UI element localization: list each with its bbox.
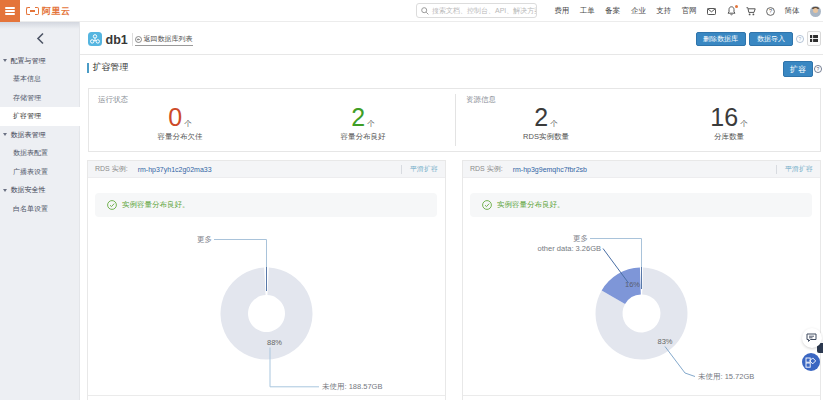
sidebar-group-label: 数据表管理 — [11, 130, 46, 140]
help-icon[interactable]: ? — [761, 0, 781, 22]
sidebar-item-basic-info[interactable]: 基本信息 — [0, 70, 80, 89]
smooth-expansion-link[interactable]: 平滑扩容 — [785, 164, 813, 174]
nav-item-billing[interactable]: 费用 — [549, 6, 575, 16]
chart-more-label: 更多 — [197, 235, 212, 244]
sidebar-menu: 配置与管理 基本信息 存储管理 扩容管理 数据表管理 数据表配置 广播表设置 数… — [0, 52, 80, 219]
nav-item-website[interactable]: 官网 — [677, 6, 703, 16]
rds-instance-id-link[interactable]: rm-hp3g9emqhc7fbr2sb — [513, 166, 587, 173]
notification-bell-icon[interactable] — [722, 0, 742, 22]
stat-unit: 个 — [184, 119, 192, 128]
topbar-nav: 费用 工单 备案 企业 支持 官网 — [549, 0, 702, 22]
chevron-down-icon — [3, 133, 7, 136]
chart-other-pct-label: 16% — [625, 280, 640, 289]
table-grid-icon — [810, 35, 818, 42]
alibaba-cloud-logo[interactable]: 阿里云 — [26, 0, 71, 22]
rds-card-header: RDS 实例: rm-hp3g9emqhc7fbr2sb 平滑扩容 — [463, 161, 820, 178]
sidebar-item-storage[interactable]: 存储管理 — [0, 89, 80, 108]
alert-text: 实例容量分布良好。 — [122, 200, 190, 210]
rds-instance-label: RDS 实例: — [95, 164, 128, 174]
speech-bubble-icon — [806, 333, 817, 343]
sidebar-group-label: 数据安全性 — [11, 185, 46, 195]
hamburger-menu-icon[interactable] — [0, 0, 20, 22]
toolbox-button[interactable] — [802, 353, 820, 371]
page-header: db1 返回数据库列表 删除数据库 数据导入 ? — [80, 22, 823, 55]
card-bottom-divider — [463, 395, 820, 396]
stat-rds-count: 2个 RDS实例数量 — [486, 104, 606, 142]
database-icon — [88, 32, 102, 46]
chart-inside-pct-label: 88% — [267, 338, 282, 347]
chevron-down-icon — [3, 59, 7, 62]
main-content: db1 返回数据库列表 删除数据库 数据导入 ? 扩容管理 扩容 ? 运行状态 — [80, 22, 823, 400]
svg-text:?: ? — [799, 36, 802, 41]
delete-database-button[interactable]: 删除数据库 — [696, 32, 746, 46]
stat-capacity-poor: 0个 容量分布欠佳 — [120, 104, 240, 142]
sidebar-group-tables[interactable]: 数据表管理 — [0, 126, 80, 145]
stat-value: 2 — [534, 103, 548, 131]
stat-caption: 容量分布欠佳 — [120, 132, 240, 142]
topbar: 阿里云 搜索文档、控制台、API、解决方案 费用 工单 备案 企业 支持 官网 — [0, 0, 823, 22]
mail-icon[interactable] — [702, 0, 722, 22]
stat-value: 2 — [351, 103, 365, 131]
sidebar-item-whitelist[interactable]: 白名单设置 — [0, 200, 80, 219]
stat-capacity-good: 2个 容量分布良好 — [303, 104, 423, 142]
capacity-ok-alert: 实例容量分布良好。 — [95, 193, 437, 217]
sidebar-group-security[interactable]: 数据安全性 — [0, 181, 80, 200]
rds-instance-card: RDS 实例: rm-hp37yh1c2g02ma33 平滑扩容 实例容量分布良… — [87, 160, 446, 400]
expand-button[interactable]: 扩容 — [783, 61, 813, 77]
language-selector[interactable]: 简体 — [780, 6, 804, 16]
back-to-database-list-link[interactable]: 返回数据库列表 — [135, 34, 193, 46]
sidebar-back-button[interactable] — [0, 27, 80, 49]
stat-caption: RDS实例数量 — [486, 132, 606, 142]
topbar-icons: ? 简体 — [702, 0, 821, 22]
nav-item-enterprise[interactable]: 企业 — [626, 6, 652, 16]
shopping-cart-icon[interactable] — [741, 0, 761, 22]
page-title-row: 扩容管理 扩容 ? — [80, 55, 823, 82]
stat-shard-count: 16个 分库数量 — [669, 104, 789, 142]
brand-name: 阿里云 — [42, 5, 71, 18]
svg-text:?: ? — [817, 67, 820, 72]
stat-caption: 分库数量 — [669, 132, 789, 142]
feedback-chat-button[interactable] — [802, 328, 822, 348]
check-circle-icon — [107, 200, 117, 210]
chevron-down-icon — [3, 189, 7, 192]
svg-text:?: ? — [769, 8, 772, 14]
nav-item-support[interactable]: 支持 — [651, 6, 677, 16]
back-link-label: 返回数据库列表 — [144, 34, 193, 44]
list-view-toggle-button[interactable] — [807, 31, 821, 46]
nav-item-icp[interactable]: 备案 — [600, 6, 626, 16]
action-divider — [401, 165, 402, 174]
header-actions: 删除数据库 数据导入 ? — [696, 22, 823, 55]
apps-diamond-icon — [805, 357, 816, 368]
data-import-button[interactable]: 数据导入 — [749, 32, 793, 46]
search-placeholder: 搜索文档、控制台、API、解决方案 — [432, 6, 537, 16]
smooth-expansion-link[interactable]: 平滑扩容 — [410, 164, 438, 174]
rds-instance-card: RDS 实例: rm-hp3g9emqhc7fbr2sb 平滑扩容 实例容量分布… — [462, 160, 821, 400]
sidebar-item-table-config[interactable]: 数据表配置 — [0, 144, 80, 163]
chevron-left-icon — [36, 32, 45, 45]
title-accent-bar — [87, 63, 89, 73]
sidebar-group-label: 配置与管理 — [11, 56, 46, 66]
sidebar-item-capacity-expansion[interactable]: 扩容管理 — [0, 107, 80, 126]
chart-unused-label: 未使用: 188.57GB — [322, 382, 382, 391]
card-bottom-divider — [88, 395, 445, 396]
sidebar-group-config[interactable]: 配置与管理 — [0, 52, 80, 71]
header-divider — [132, 33, 133, 46]
rds-instance-label: RDS 实例: — [470, 164, 503, 174]
rds-card-header: RDS 实例: rm-hp37yh1c2g02ma33 平滑扩容 — [88, 161, 445, 178]
check-circle-icon — [482, 200, 492, 210]
console-page: 阿里云 搜索文档、控制台、API、解决方案 费用 工单 备案 企业 支持 官网 — [0, 0, 823, 400]
rds-instance-id-link[interactable]: rm-hp37yh1c2g02ma33 — [138, 166, 212, 173]
alert-text: 实例容量分布良好。 — [497, 200, 565, 210]
stat-unit: 个 — [367, 119, 375, 128]
stat-value: 0 — [168, 103, 182, 131]
search-input[interactable]: 搜索文档、控制台、API、解决方案 — [416, 3, 537, 18]
stat-value: 16 — [710, 103, 738, 131]
nav-item-tickets[interactable]: 工单 — [575, 6, 601, 16]
sidebar-item-broadcast-table[interactable]: 广播表设置 — [0, 163, 80, 182]
search-icon — [421, 7, 429, 15]
stat-unit: 个 — [740, 119, 748, 128]
expand-help-icon[interactable]: ? — [814, 65, 822, 73]
user-avatar[interactable] — [810, 6, 821, 17]
chart-more-label: 更多 — [573, 234, 588, 243]
header-help-icon[interactable]: ? — [796, 35, 804, 43]
